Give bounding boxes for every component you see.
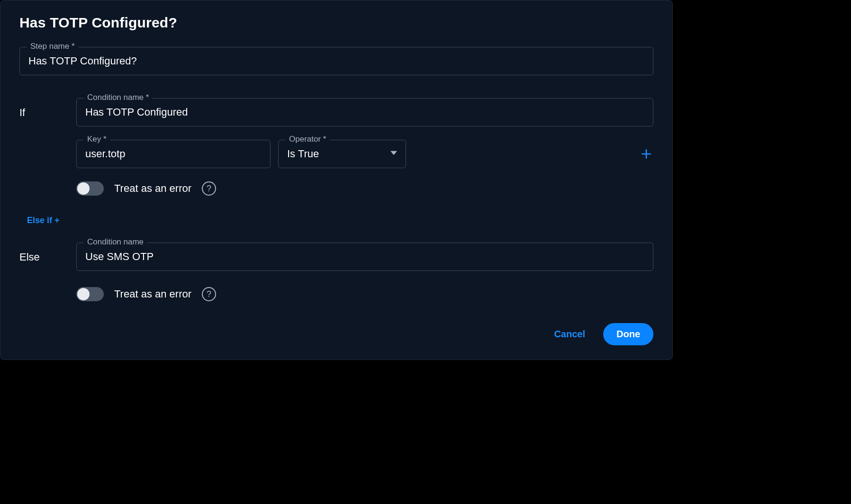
key-field: Key * (76, 140, 271, 168)
key-input[interactable] (77, 140, 270, 168)
if-condition-name-input[interactable] (77, 99, 653, 126)
step-editor-dialog: Has TOTP Configured? Step name * If Cond… (0, 0, 673, 360)
step-name-field: Step name * (19, 47, 653, 75)
if-treat-as-error-row: Treat as an error ? (76, 181, 653, 196)
dialog-title: Has TOTP Configured? (19, 15, 653, 31)
else-keyword: Else (19, 243, 72, 263)
add-condition-button[interactable] (639, 147, 653, 161)
toggle-thumb (77, 288, 90, 300)
operator-field: Operator * Is True (278, 140, 406, 168)
else-condition-name-field: Condition name (76, 243, 653, 271)
toggle-thumb (77, 182, 90, 195)
key-label: Key * (83, 135, 110, 143)
if-condition-name-label: Condition name * (83, 93, 153, 101)
if-treat-as-error-toggle[interactable] (76, 181, 104, 196)
if-condition-name-field: Condition name * (76, 98, 653, 126)
else-condition-name-input[interactable] (77, 243, 653, 270)
else-block: Else Condition name Treat as an error ? (19, 243, 653, 301)
else-treat-as-error-label: Treat as an error (114, 288, 191, 300)
dialog-footer: Cancel Done (19, 323, 653, 345)
help-icon[interactable]: ? (202, 287, 216, 301)
else-treat-as-error-toggle[interactable] (76, 287, 104, 301)
if-keyword: If (19, 98, 72, 119)
operator-label: Operator * (285, 135, 330, 143)
operator-select[interactable]: Is True (279, 140, 406, 168)
else-condition-name-label: Condition name (83, 238, 147, 246)
if-block: If Condition name * Key * Operator * Is … (19, 98, 653, 196)
step-name-label: Step name * (27, 42, 79, 50)
cancel-button[interactable]: Cancel (552, 324, 587, 344)
else-if-link[interactable]: Else if + (27, 216, 60, 225)
help-icon[interactable]: ? (202, 181, 216, 196)
if-treat-as-error-label: Treat as an error (114, 182, 191, 195)
done-button[interactable]: Done (603, 323, 653, 345)
else-treat-as-error-row: Treat as an error ? (76, 287, 653, 301)
step-name-input[interactable] (20, 47, 653, 75)
